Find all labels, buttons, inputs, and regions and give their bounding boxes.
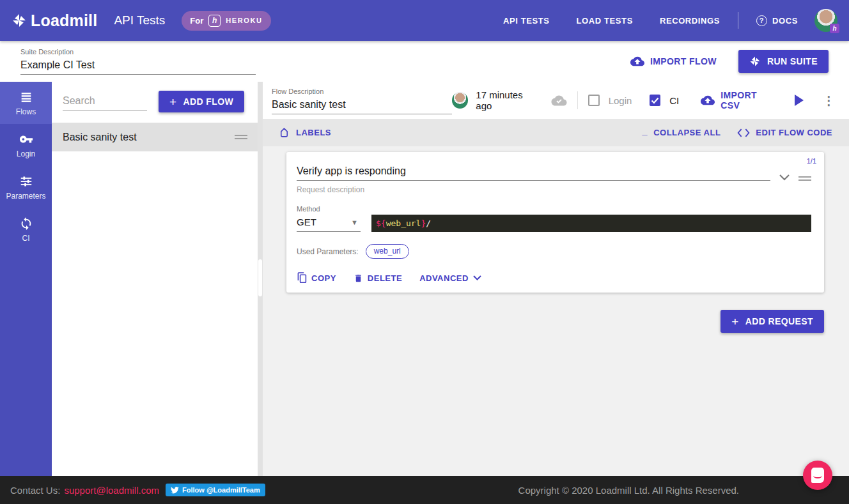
request-title-input[interactable] bbox=[297, 164, 770, 181]
run-flow-play-button[interactable] bbox=[795, 95, 804, 106]
sidebar-item-login[interactable]: Login bbox=[0, 124, 52, 166]
parameter-chip[interactable]: web_url bbox=[366, 244, 409, 259]
drag-handle-icon[interactable] bbox=[235, 135, 247, 139]
login-checkbox[interactable] bbox=[588, 95, 600, 106]
cloud-upload-icon bbox=[630, 56, 644, 66]
flows-list-icon bbox=[19, 90, 33, 104]
minimize-icon: _ bbox=[642, 125, 648, 136]
used-parameters-label: Used Parameters: bbox=[297, 247, 359, 256]
import-flow-button[interactable]: IMPORT FLOW bbox=[630, 56, 717, 66]
loadmill-logo[interactable]: Loadmill bbox=[12, 11, 97, 30]
nav-recordings[interactable]: RECORDINGS bbox=[660, 16, 720, 26]
nav-load-tests[interactable]: LOAD TESTS bbox=[577, 16, 633, 26]
suite-description-label: Suite Description bbox=[20, 48, 256, 56]
edit-flow-code-label: EDIT FLOW CODE bbox=[756, 128, 832, 137]
panel-scrollbar[interactable] bbox=[258, 82, 263, 476]
tag-icon bbox=[278, 126, 290, 139]
import-flow-label: IMPORT FLOW bbox=[650, 56, 717, 66]
search-input[interactable] bbox=[63, 93, 147, 111]
sidebar-item-parameters[interactable]: Parameters bbox=[0, 166, 52, 208]
sidebar-item-label: Login bbox=[17, 149, 35, 158]
heroku-badge: For h HEROKU bbox=[182, 11, 270, 31]
sidebar-item-label: Parameters bbox=[6, 192, 45, 201]
more-menu-icon[interactable]: ⋮ bbox=[823, 95, 835, 107]
cloud-upload-icon bbox=[701, 95, 715, 105]
add-request-button[interactable]: + ADD REQUEST bbox=[720, 310, 824, 333]
logo-text: Loadmill bbox=[31, 11, 97, 30]
method-select[interactable]: GET ▼ bbox=[297, 214, 361, 232]
badge-brand-label: HEROKU bbox=[226, 17, 262, 24]
ci-checkbox[interactable] bbox=[650, 95, 661, 106]
tune-sliders-icon bbox=[19, 174, 33, 188]
sidebar-item-flows[interactable]: Flows bbox=[0, 82, 52, 124]
flow-author-avatar bbox=[452, 92, 468, 109]
pinwheel-run-icon bbox=[749, 56, 761, 67]
add-flow-label: ADD FLOW bbox=[183, 96, 234, 107]
import-csv-button[interactable]: IMPORT CSV bbox=[701, 90, 777, 111]
request-description-placeholder[interactable]: Request description bbox=[297, 185, 811, 194]
chevron-down-icon[interactable] bbox=[779, 174, 790, 181]
top-navigation: API TESTS LOAD TESTS RECORDINGS bbox=[503, 16, 720, 26]
divider bbox=[577, 91, 578, 109]
flow-editor: Flow Description 17 minutes ago Login bbox=[263, 82, 849, 476]
sidebar-item-ci[interactable]: CI bbox=[0, 208, 52, 250]
trash-icon bbox=[354, 273, 363, 284]
run-suite-label: RUN SUITE bbox=[767, 56, 818, 66]
last-updated-timestamp: 17 minutes ago bbox=[476, 89, 540, 111]
url-token: ${ bbox=[376, 218, 386, 228]
flow-description-label: Flow Description bbox=[272, 88, 452, 95]
flow-list-item[interactable]: Basic sanity test bbox=[52, 123, 258, 151]
flow-list-panel: + ADD FLOW Basic sanity test bbox=[52, 82, 258, 476]
contact-us-label: Contact Us: bbox=[10, 485, 60, 496]
key-icon bbox=[19, 132, 33, 146]
flow-header: Flow Description 17 minutes ago Login bbox=[263, 82, 849, 119]
request-card: 1/1 Request description Method GET ▼ bbox=[286, 152, 824, 293]
labels-button[interactable]: LABELS bbox=[278, 126, 331, 139]
request-drag-handle-icon[interactable] bbox=[798, 176, 811, 181]
chevron-down-icon bbox=[473, 275, 481, 280]
pinwheel-logo-icon bbox=[12, 13, 27, 28]
plus-icon: + bbox=[169, 96, 177, 108]
chat-bubble-icon bbox=[811, 468, 824, 483]
request-counter: 1/1 bbox=[807, 157, 816, 165]
delete-button[interactable]: DELETE bbox=[354, 273, 402, 284]
heroku-avatar-badge-icon: h bbox=[830, 24, 839, 33]
heroku-icon: h bbox=[208, 15, 221, 27]
plus-icon: + bbox=[731, 316, 739, 328]
advanced-label: ADVANCED bbox=[419, 273, 469, 283]
chat-widget-button[interactable] bbox=[803, 461, 832, 490]
advanced-button[interactable]: ADVANCED bbox=[419, 273, 481, 283]
copy-button[interactable]: COPY bbox=[297, 272, 336, 284]
suite-description-input[interactable] bbox=[20, 57, 256, 75]
sync-icon bbox=[19, 217, 33, 231]
delete-label: DELETE bbox=[368, 273, 402, 283]
request-url-input[interactable]: ${web_url}/ bbox=[371, 215, 811, 232]
app-header: Loadmill API Tests For h HEROKU API TEST… bbox=[0, 0, 849, 41]
support-email-link[interactable]: support@loadmill.com bbox=[64, 485, 159, 496]
scrollbar-thumb[interactable] bbox=[258, 259, 262, 296]
login-checkbox-label: Login bbox=[609, 95, 632, 106]
sidebar-item-label: CI bbox=[22, 234, 30, 243]
page-title: API Tests bbox=[114, 13, 165, 27]
twitter-follow-button[interactable]: Follow @LoadmillTeam bbox=[166, 484, 265, 496]
nav-api-tests[interactable]: API TESTS bbox=[503, 16, 550, 26]
user-avatar[interactable]: h bbox=[814, 9, 837, 32]
cloud-saved-icon bbox=[551, 95, 567, 106]
docs-label: DOCS bbox=[772, 16, 798, 26]
add-flow-button[interactable]: + ADD FLOW bbox=[159, 91, 244, 112]
edit-flow-code-button[interactable]: EDIT FLOW CODE bbox=[737, 128, 832, 138]
ci-checkbox-label: CI bbox=[669, 95, 679, 106]
twitter-follow-label: Follow @LoadmillTeam bbox=[182, 486, 260, 494]
copy-icon bbox=[297, 272, 307, 284]
url-token: / bbox=[426, 218, 431, 228]
collapse-all-button[interactable]: _ COLLAPSE ALL bbox=[642, 127, 720, 138]
copyright-text: Copyright © 2020 Loadmill Ltd. All Right… bbox=[518, 485, 739, 496]
docs-link[interactable]: ? DOCS bbox=[756, 15, 798, 26]
flow-description-input[interactable] bbox=[272, 97, 452, 114]
run-suite-button[interactable]: RUN SUITE bbox=[738, 50, 829, 73]
labels-label: LABELS bbox=[296, 128, 331, 137]
flow-item-label: Basic sanity test bbox=[63, 132, 235, 143]
select-arrow-icon: ▼ bbox=[351, 218, 358, 226]
side-navigation: Flows Login Parameters bbox=[0, 82, 52, 476]
collapse-all-label: COLLAPSE ALL bbox=[653, 128, 720, 137]
